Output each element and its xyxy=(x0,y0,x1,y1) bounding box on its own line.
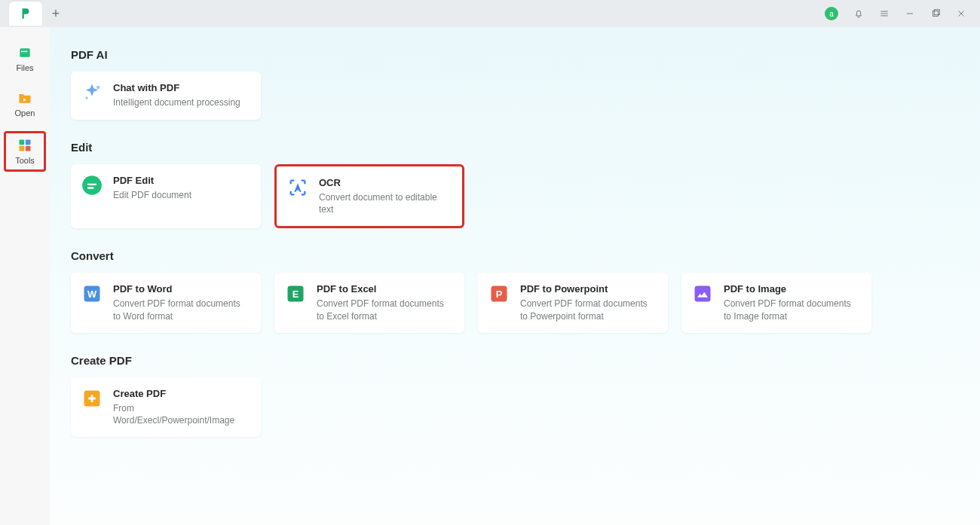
maximize-button[interactable] xyxy=(923,0,948,27)
bell-icon xyxy=(853,8,864,19)
svg-rect-7 xyxy=(26,146,31,151)
card-pdf-to-powerpoint[interactable]: P PDF to Powerpoint Convert PDF format d… xyxy=(478,273,668,332)
svg-rect-4 xyxy=(20,140,25,145)
card-create-pdf[interactable]: Create PDF From Word/Execl/Powerpoint/Im… xyxy=(71,377,261,437)
image-icon xyxy=(692,283,713,304)
card-chat-with-pdf[interactable]: Chat with PDF Intelligent document proce… xyxy=(71,72,261,120)
user-avatar-icon: a xyxy=(825,7,838,20)
create-pdf-icon xyxy=(81,388,103,409)
excel-icon: E xyxy=(285,283,306,304)
user-badge[interactable]: a xyxy=(820,0,846,27)
new-tab-button[interactable]: + xyxy=(42,2,69,26)
svg-rect-2 xyxy=(20,48,29,57)
card-desc: Convert document to editable text xyxy=(319,191,452,215)
card-title: PDF to Image xyxy=(724,283,861,295)
card-pdf-to-image[interactable]: PDF to Image Convert PDF format document… xyxy=(681,273,871,332)
minimize-icon xyxy=(905,8,915,19)
maximize-icon xyxy=(930,8,941,19)
svg-rect-3 xyxy=(21,51,27,53)
minimize-button[interactable] xyxy=(897,0,923,27)
svg-text:P: P xyxy=(496,288,503,300)
ocr-icon xyxy=(287,177,308,198)
card-ocr[interactable]: OCR Convert document to editable text xyxy=(274,164,464,228)
card-desc: Convert PDF format documents to Image fo… xyxy=(724,298,861,322)
svg-text:E: E xyxy=(292,288,299,300)
card-desc: Edit PDF document xyxy=(113,189,191,201)
card-title: Chat with PDF xyxy=(113,82,240,93)
card-title: PDF to Powerpoint xyxy=(520,283,657,295)
svg-point-9 xyxy=(85,96,88,99)
card-desc: Convert PDF format documents to Powerpoi… xyxy=(520,298,657,322)
section-title-convert: Convert xyxy=(71,249,959,262)
card-desc: Convert PDF format documents to Excel fo… xyxy=(317,298,454,322)
svg-point-8 xyxy=(96,86,100,90)
svg-rect-5 xyxy=(26,140,31,145)
card-pdf-edit[interactable]: PDF Edit Edit PDF document xyxy=(71,164,261,228)
window-controls: a xyxy=(820,0,980,27)
svg-rect-6 xyxy=(20,146,25,151)
sidebar-item-open[interactable]: Open xyxy=(5,86,44,122)
card-title: PDF to Word xyxy=(113,283,250,295)
plus-icon: + xyxy=(52,6,60,22)
app-logo-icon xyxy=(19,7,32,20)
svg-text:W: W xyxy=(87,288,97,300)
card-title: OCR xyxy=(319,177,452,188)
card-desc: Convert PDF format documents to Word for… xyxy=(113,298,250,322)
pdf-edit-icon xyxy=(81,175,103,196)
section-title-create: Create PDF xyxy=(71,354,959,367)
svg-rect-0 xyxy=(933,11,939,17)
sidebar-item-label: Open xyxy=(15,108,35,118)
close-button[interactable] xyxy=(948,0,974,27)
files-icon xyxy=(17,45,32,60)
titlebar: + a xyxy=(0,0,980,27)
close-icon xyxy=(956,8,966,19)
app-tab[interactable] xyxy=(9,2,42,26)
notifications-button[interactable] xyxy=(846,0,871,27)
svg-rect-17 xyxy=(695,286,711,302)
sidebar-item-tools[interactable]: Tools xyxy=(4,131,46,172)
sidebar-item-files[interactable]: Files xyxy=(5,41,44,77)
card-title: PDF Edit xyxy=(113,175,191,186)
sidebar-item-label: Tools xyxy=(15,156,35,165)
section-title-edit: Edit xyxy=(71,141,959,154)
sparkle-icon xyxy=(81,82,103,103)
sidebar: Files Open Tools xyxy=(0,27,50,525)
sidebar-item-label: Files xyxy=(16,63,33,72)
card-desc: From Word/Execl/Powerpoint/Image xyxy=(113,402,250,426)
section-title-pdf-ai: PDF AI xyxy=(71,48,959,61)
card-title: Create PDF xyxy=(113,388,250,399)
menu-button[interactable] xyxy=(871,0,897,27)
main-content: PDF AI Chat with PDF Intelligent documen… xyxy=(50,27,980,525)
word-icon: W xyxy=(81,283,103,304)
hamburger-icon xyxy=(879,8,890,19)
open-icon xyxy=(17,90,32,105)
card-pdf-to-word[interactable]: W PDF to Word Convert PDF format documen… xyxy=(71,273,261,332)
powerpoint-icon: P xyxy=(488,283,510,304)
card-title: PDF to Excel xyxy=(317,283,454,295)
svg-rect-1 xyxy=(934,10,939,15)
tools-icon xyxy=(17,138,32,153)
card-desc: Intelligent document processing xyxy=(113,96,240,108)
card-pdf-to-excel[interactable]: E PDF to Excel Convert PDF format docume… xyxy=(274,273,464,332)
